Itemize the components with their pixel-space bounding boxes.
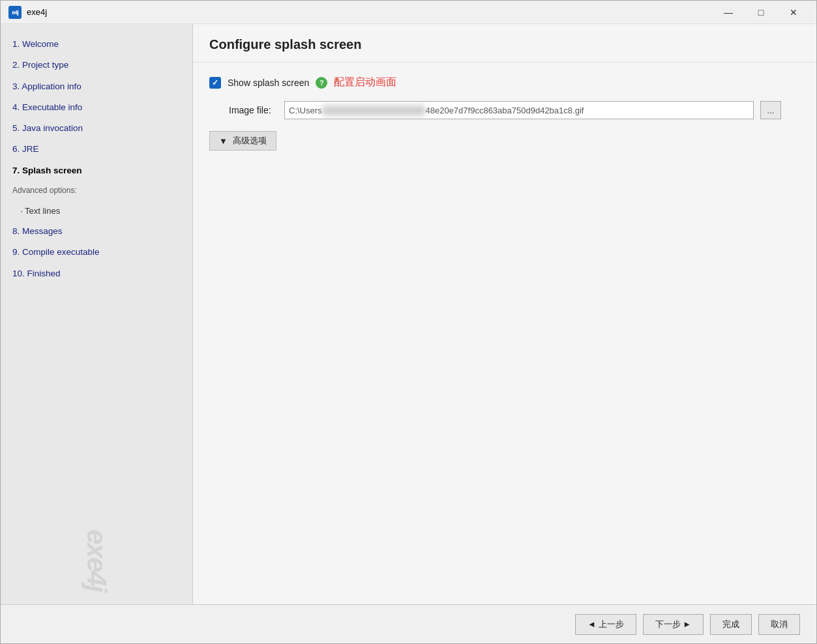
- sidebar-item-executable-info[interactable]: 4. Executable info: [7, 97, 186, 118]
- app-icon-text: e4j: [12, 9, 18, 16]
- window-title: exe4j: [27, 7, 713, 17]
- image-file-row: Image file: C:\Users 48e20e7d7f9cc863aba…: [209, 101, 800, 119]
- title-bar: e4j exe4j — □ ✕: [1, 1, 816, 24]
- show-splash-label: Show splash screen: [228, 78, 309, 88]
- page-title: Configure splash screen: [209, 37, 361, 51]
- minimize-button[interactable]: —: [713, 3, 743, 22]
- sidebar-watermark: exe4j: [81, 529, 112, 591]
- cancel-button[interactable]: 取消: [758, 614, 800, 635]
- chinese-title-label: 配置启动画面: [334, 76, 396, 89]
- app-icon: e4j: [8, 6, 22, 19]
- window-controls: — □ ✕: [713, 3, 809, 22]
- sidebar-advanced-label: Advanced options:: [7, 181, 186, 201]
- help-icon[interactable]: ?: [316, 77, 327, 89]
- sidebar-item-java-invocation[interactable]: 5. Java invocation: [7, 118, 186, 139]
- blurred-path: [322, 106, 426, 115]
- main-header: Configure splash screen: [193, 24, 816, 63]
- sidebar-item-project-type[interactable]: 2. Project type: [7, 55, 186, 76]
- sidebar-item-compile-executable[interactable]: 9. Compile executable: [7, 242, 186, 263]
- prev-button[interactable]: ◄ 上一步: [575, 614, 636, 635]
- close-button[interactable]: ✕: [779, 3, 809, 22]
- image-file-input[interactable]: C:\Users 48e20e7d7f9cc863aba750d9d42ba1c…: [284, 101, 754, 119]
- show-splash-row: Show splash screen ? 配置启动画面: [209, 76, 800, 89]
- sidebar-item-finished[interactable]: 10. Finished: [7, 263, 186, 284]
- main-body: Show splash screen ? 配置启动画面 Image file: …: [193, 63, 816, 604]
- main-window: e4j exe4j — □ ✕ 1. Welcome 2. Project ty…: [0, 0, 817, 644]
- content-area: 1. Welcome 2. Project type 3. Applicatio…: [1, 24, 816, 604]
- sidebar-item-jre[interactable]: 6. JRE: [7, 139, 186, 160]
- image-file-label: Image file:: [229, 105, 278, 115]
- next-button[interactable]: 下一步 ►: [643, 614, 704, 635]
- maximize-button[interactable]: □: [746, 3, 776, 22]
- footer: ◄ 上一步 下一步 ► 完成 取消: [1, 604, 816, 643]
- main-panel: Configure splash screen Show splash scre…: [193, 24, 816, 604]
- sidebar-item-messages[interactable]: 8. Messages: [7, 221, 186, 242]
- sidebar: 1. Welcome 2. Project type 3. Applicatio…: [1, 24, 193, 604]
- browse-button[interactable]: ...: [760, 101, 781, 119]
- finish-button[interactable]: 完成: [710, 614, 752, 635]
- advanced-btn-label: 高级选项: [233, 135, 267, 147]
- show-splash-checkbox[interactable]: [209, 77, 221, 89]
- sidebar-nav: 1. Welcome 2. Project type 3. Applicatio…: [7, 34, 186, 594]
- advanced-options-button[interactable]: ▼ 高级选项: [209, 131, 276, 151]
- sidebar-item-splash-screen[interactable]: 7. Splash screen: [7, 160, 186, 181]
- sidebar-item-application-info[interactable]: 3. Application info: [7, 76, 186, 97]
- sidebar-item-welcome[interactable]: 1. Welcome: [7, 34, 186, 55]
- advanced-arrow-icon: ▼: [219, 136, 228, 146]
- sidebar-item-text-lines[interactable]: · Text lines: [7, 201, 186, 221]
